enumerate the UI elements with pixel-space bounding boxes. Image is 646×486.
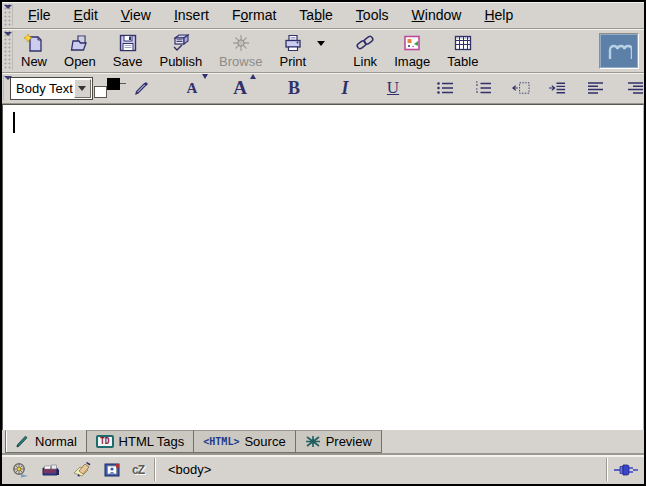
bulleted-list-icon <box>436 81 454 95</box>
tab-source[interactable]: <HTML> Source <box>193 430 295 453</box>
bold-button[interactable]: B <box>285 76 303 100</box>
tab-preview-label: Preview <box>326 434 372 449</box>
align-right-icon <box>627 81 644 95</box>
increase-font-size-button[interactable]: A <box>231 76 249 100</box>
bulleted-list-button[interactable] <box>436 76 454 100</box>
open-button-label: Open <box>64 54 96 69</box>
arrow-down-icon <box>202 74 208 79</box>
main-toolbar: New Open Save <box>2 29 644 73</box>
tab-normal-label: Normal <box>35 434 77 449</box>
decrease-font-glyph: A <box>187 80 198 97</box>
structure-path[interactable]: <body> <box>156 462 606 477</box>
publish-button[interactable]: Publish <box>153 31 208 70</box>
browse-button: Browse <box>213 31 268 70</box>
new-page-icon <box>22 33 46 53</box>
decrease-font-size-button[interactable]: A <box>183 76 201 100</box>
foreground-color-swatch[interactable] <box>107 78 120 90</box>
addressbook-icon[interactable] <box>103 462 121 478</box>
save-floppy-icon <box>116 33 140 53</box>
publish-button-label: Publish <box>159 54 202 69</box>
new-button[interactable]: New <box>15 31 53 70</box>
image-button[interactable]: Image <box>388 31 436 70</box>
status-bar: cZ <body> <box>2 454 644 484</box>
new-button-label: New <box>21 54 47 69</box>
preview-icon <box>305 435 321 448</box>
format-toolbar-grippy[interactable] <box>3 75 4 101</box>
print-button-label: Print <box>279 54 306 69</box>
table-button[interactable]: Table <box>441 31 484 70</box>
menu-file[interactable]: File <box>21 3 58 27</box>
menu-table[interactable]: Table <box>292 3 340 27</box>
highlight-pencil-icon <box>133 79 151 97</box>
chatzilla-icon[interactable]: cZ <box>132 463 144 477</box>
tab-html-tags[interactable]: TD HTML Tags <box>86 430 194 453</box>
paragraph-style-select[interactable]: Body Text <box>10 77 93 100</box>
numbered-list-button[interactable] <box>474 76 492 100</box>
print-button[interactable]: Print <box>273 31 312 70</box>
html-source-icon: <HTML> <box>203 436 239 447</box>
align-left-button[interactable] <box>586 76 604 100</box>
italic-glyph: I <box>341 78 348 99</box>
image-icon <box>400 33 424 53</box>
italic-button[interactable]: I <box>336 76 354 100</box>
image-button-label: Image <box>394 54 430 69</box>
composer-icon[interactable] <box>72 462 92 478</box>
td-tag-icon: TD <box>96 435 114 448</box>
publish-icon <box>169 33 193 53</box>
navigator-icon[interactable] <box>11 462 30 478</box>
link-button[interactable]: Link <box>347 31 383 70</box>
menu-view[interactable]: View <box>114 3 158 27</box>
highlight-button[interactable] <box>133 76 151 100</box>
link-icon <box>353 33 377 53</box>
outdent-button[interactable] <box>512 76 530 100</box>
component-bar: cZ <box>2 462 154 478</box>
pencil-icon <box>15 435 30 449</box>
edit-mode-toolbar: Normal TD HTML Tags <HTML> Source Previe… <box>2 430 644 454</box>
menu-edit[interactable]: Edit <box>67 3 105 27</box>
tab-html-tags-label: HTML Tags <box>119 434 185 449</box>
align-left-icon <box>587 81 604 95</box>
save-button[interactable]: Save <box>107 31 149 70</box>
format-toolbar: Body Text A A B I U <box>2 73 644 104</box>
browse-button-label: Browse <box>219 54 262 69</box>
tab-normal[interactable]: Normal <box>5 430 87 453</box>
numbered-list-icon <box>474 81 492 95</box>
align-right-button[interactable] <box>626 76 644 100</box>
menu-format[interactable]: Format <box>225 3 283 27</box>
editor-canvas[interactable] <box>2 104 644 430</box>
bold-glyph: B <box>288 78 300 99</box>
menubar-grippy[interactable] <box>3 4 13 26</box>
arrow-up-icon <box>250 74 256 79</box>
link-button-label: Link <box>353 54 377 69</box>
table-grid-icon <box>451 33 475 53</box>
mail-icon[interactable] <box>41 462 61 478</box>
open-button[interactable]: Open <box>58 31 102 70</box>
background-color-swatch[interactable] <box>94 86 107 98</box>
table-button-label: Table <box>447 54 478 69</box>
main-toolbar-grippy[interactable] <box>3 31 13 70</box>
print-icon <box>281 33 305 53</box>
composer-window: File Edit View Insert Format Table Tools… <box>0 0 646 486</box>
chatzilla-c: cZ <box>132 463 144 477</box>
browse-icon <box>229 33 253 53</box>
tab-source-label: Source <box>244 434 285 449</box>
underline-glyph: U <box>387 78 399 98</box>
chevron-down-icon[interactable] <box>74 79 91 98</box>
underline-button[interactable]: U <box>384 76 402 100</box>
save-button-label: Save <box>113 54 143 69</box>
open-folder-icon <box>68 33 92 53</box>
indent-button[interactable] <box>548 76 566 100</box>
print-dropdown-arrow[interactable] <box>317 41 325 46</box>
menu-tools[interactable]: Tools <box>349 3 396 27</box>
menu-insert[interactable]: Insert <box>167 3 216 27</box>
online-plug-icon[interactable] <box>608 463 644 477</box>
text-caret <box>13 112 15 133</box>
menu-help[interactable]: Help <box>477 3 520 27</box>
outdent-icon <box>512 81 530 95</box>
increase-font-glyph: A <box>233 77 247 99</box>
indent-icon <box>548 81 566 95</box>
menu-window[interactable]: Window <box>405 3 469 27</box>
mozilla-throbber-icon[interactable] <box>599 33 639 69</box>
tab-preview[interactable]: Preview <box>295 430 382 453</box>
paragraph-style-value: Body Text <box>11 78 73 99</box>
